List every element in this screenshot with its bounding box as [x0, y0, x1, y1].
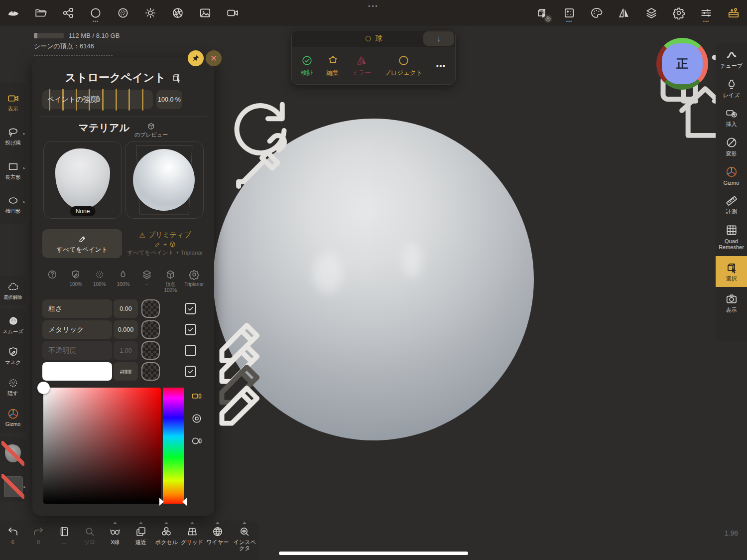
roughness-texture-slot[interactable]	[141, 299, 160, 318]
tool-gizmo-right[interactable]: Gizmo	[716, 165, 747, 186]
metalness-label[interactable]: メタリック	[42, 320, 112, 339]
color-checkbox[interactable]	[185, 366, 196, 377]
color-swatch[interactable]	[42, 362, 112, 381]
paint-strength-value[interactable]: 100.0 %	[156, 90, 182, 109]
tool-mask[interactable]: マスク	[0, 346, 26, 366]
mirror-button[interactable]: ミラー	[352, 54, 371, 77]
grid-button[interactable]: グリッド	[179, 526, 205, 560]
node-graph-icon[interactable]	[62, 6, 75, 19]
vertex-option[interactable]: 頂点 100%	[159, 269, 183, 293]
system-handle-dots[interactable]: •••	[368, 3, 379, 10]
tool-lasso[interactable]: 投げ縄 ▸	[0, 126, 26, 146]
fullscreen-icon[interactable]	[630, 42, 642, 54]
filters-sliders-icon[interactable]: •••	[700, 6, 713, 19]
undo-button[interactable]: 6	[0, 526, 25, 560]
paint-strength-slider[interactable]: ペイントの強度	[42, 90, 153, 109]
eyedropper-icon[interactable]	[187, 124, 198, 135]
mask-option[interactable]: 100%	[64, 269, 88, 293]
paint-all-button[interactable]: すべてをペイント	[42, 229, 122, 258]
material-none-swatch[interactable]	[3, 442, 23, 464]
toolbox-icon[interactable]	[727, 6, 740, 19]
hue-marker-left[interactable]	[159, 498, 164, 506]
camera-video-icon[interactable]	[226, 6, 239, 19]
matcap-material-icon[interactable]	[117, 6, 129, 19]
lighting-icon[interactable]	[144, 6, 157, 19]
postprocess-icon[interactable]	[171, 6, 184, 19]
opacity-label[interactable]: 不透明度	[42, 341, 112, 360]
picker-layout-icon[interactable]	[191, 390, 203, 402]
paint-all-triplanar-button[interactable]: ⚠ プリミティブ + すべてをペイント + Triplanar	[126, 229, 204, 258]
metalness-texture-slot[interactable]	[141, 320, 160, 339]
popup-collapse-button[interactable]: ↓	[423, 31, 454, 46]
scene-sphere-icon[interactable]: •••	[89, 6, 102, 19]
close-panel-button[interactable]: ✕	[206, 50, 222, 66]
hue-slider[interactable]	[163, 388, 184, 504]
alpha-none-swatch[interactable]: ▸	[3, 475, 23, 497]
tool-measure[interactable]: 計測	[716, 194, 747, 215]
files-icon[interactable]	[34, 6, 47, 19]
roughness-value[interactable]: 0.00	[114, 299, 138, 318]
tool-deform[interactable]: 変形	[716, 136, 747, 157]
inspector-button[interactable]: インスペクタ	[231, 526, 259, 560]
opacity-brush-icon[interactable]	[166, 345, 178, 357]
redo-button[interactable]: 0	[25, 526, 51, 560]
roughness-label[interactable]: 粗さ	[42, 299, 112, 318]
material-preview-sphere[interactable]	[125, 141, 204, 219]
material-preview-toggle[interactable]: のプレビュー	[134, 122, 168, 139]
picker-circle-rect-icon[interactable]	[191, 435, 203, 447]
painting-palette-icon[interactable]	[590, 6, 603, 19]
picker-target-icon[interactable]	[191, 413, 203, 424]
tool-gizmo[interactable]: Gizmo	[0, 408, 26, 427]
home-indicator-bar[interactable]	[279, 552, 468, 555]
color-texture-slot[interactable]	[141, 362, 160, 381]
sv-cursor[interactable]	[37, 382, 50, 394]
app-logo-icon[interactable]	[7, 6, 20, 19]
object-popup-header[interactable]: 球 ↓	[292, 30, 455, 47]
layers-option[interactable]: -	[135, 269, 159, 293]
roughness-checkbox[interactable]	[185, 303, 196, 314]
tool-insert[interactable]: 挿入	[716, 107, 747, 128]
tool-quad-remesher[interactable]: QuadRemesher	[716, 224, 747, 251]
roughness-brush-icon[interactable]	[166, 303, 178, 315]
help-button[interactable]	[40, 269, 64, 293]
solo-button[interactable]: ソロ	[77, 526, 102, 560]
tool-rectangle[interactable]: 長方形 ▸	[0, 160, 26, 180]
wireframe-button[interactable]: ワイヤー	[205, 526, 230, 560]
orientation-front-face[interactable]: 正	[662, 43, 703, 84]
triplanar-option[interactable]: Triplanar	[182, 269, 206, 293]
tool-lathe[interactable]: レイズ	[716, 78, 747, 99]
tool-select-active[interactable]: 選択	[716, 256, 747, 287]
metalness-brush-icon[interactable]	[166, 324, 178, 336]
voxel-button[interactable]: ボクセル	[153, 526, 179, 560]
color-brush-icon[interactable]	[166, 366, 178, 378]
color-hex-value[interactable]: #ffffff	[114, 362, 138, 381]
hide-option[interactable]: 100%	[88, 269, 112, 293]
material-preview-blob[interactable]: None	[43, 141, 122, 219]
tool-view[interactable]: 表示	[0, 92, 26, 112]
hue-marker-right[interactable]	[182, 498, 187, 506]
tool-deselect[interactable]: 選択解除	[0, 281, 26, 300]
tool-smooth[interactable]: スムーズ	[0, 315, 26, 335]
stamps-icon[interactable]: •••	[563, 6, 576, 19]
layers-icon[interactable]	[645, 6, 658, 19]
orientation-gizmo[interactable]: 正	[656, 38, 708, 90]
background-image-icon[interactable]	[199, 6, 212, 19]
camera-lock-icon[interactable]	[605, 42, 617, 54]
validate-button[interactable]: 検証	[301, 54, 313, 77]
opacity-value[interactable]: 1.00	[114, 341, 138, 360]
metalness-value[interactable]: 0.000	[114, 320, 138, 339]
tool-hide[interactable]: 隠す	[0, 377, 26, 397]
more-actions-button[interactable]: ⋯	[436, 60, 446, 72]
home-view-icon[interactable]	[630, 75, 642, 87]
project-button[interactable]: プロジェクト	[384, 54, 423, 77]
xray-button[interactable]: X線	[103, 526, 128, 560]
tool-view-right[interactable]: 表示	[716, 292, 747, 313]
select-settings-badge[interactable]	[544, 14, 552, 23]
opacity-option[interactable]: 100%	[112, 269, 135, 293]
symmetry-mirror-icon[interactable]	[618, 6, 630, 19]
settings-gear-icon[interactable]	[672, 6, 685, 19]
opacity-checkbox[interactable]	[185, 345, 196, 356]
metalness-checkbox[interactable]	[185, 324, 196, 335]
tool-ellipse[interactable]: 楕円形 ▸	[0, 194, 26, 214]
history-button[interactable]: ...	[51, 526, 77, 560]
